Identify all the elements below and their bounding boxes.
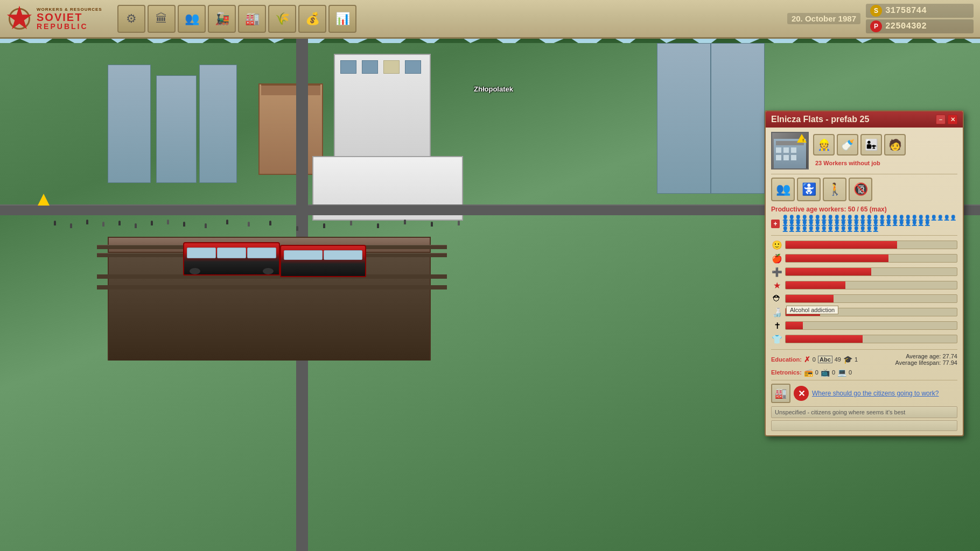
track-4 bbox=[97, 285, 447, 289]
tram-1 bbox=[183, 242, 280, 276]
happiness-icon: 🙂 bbox=[771, 239, 783, 251]
toolbar-right: 20. October 1987 S 31758744 P 22504302 bbox=[781, 2, 980, 36]
stat-happiness: 🙂 bbox=[771, 239, 957, 251]
stat-healthcare: ➕ bbox=[771, 266, 957, 278]
person bbox=[102, 222, 104, 227]
panel-body: ! 👷 🍼 👨‍👧 🧑 23 Workers without job 👥 🚼 bbox=[766, 128, 963, 435]
stat-clothing: 👕 bbox=[771, 333, 957, 345]
religion-fill bbox=[786, 322, 803, 329]
electronics-label: Eletronics: bbox=[771, 369, 802, 376]
electronics-icon3: 💻 bbox=[837, 368, 846, 377]
religion-icon: ✝ bbox=[771, 320, 783, 331]
person bbox=[296, 226, 298, 231]
education-label: Education: bbox=[771, 356, 802, 363]
person bbox=[205, 223, 207, 228]
building-prefab-2 bbox=[657, 43, 711, 194]
person bbox=[323, 223, 325, 228]
alcohol-icon: 🍶 bbox=[771, 306, 783, 318]
culture-fill bbox=[786, 281, 845, 289]
electronics-val1: 0 bbox=[815, 369, 818, 376]
happiness-fill bbox=[786, 241, 897, 249]
gold-icon: S bbox=[870, 5, 882, 17]
stats-button[interactable]: 📊 bbox=[328, 5, 356, 33]
minimize-button[interactable]: – bbox=[936, 115, 946, 124]
stat-religion: ✝ bbox=[771, 320, 957, 331]
industry-button[interactable]: 🏭 bbox=[238, 5, 266, 33]
average-lifespan: Average lifespan: 77.94 bbox=[895, 359, 957, 366]
education-hat-icon: 🎓 bbox=[843, 355, 852, 364]
divider-2 bbox=[771, 235, 957, 236]
education-row: Education: ✗ 0 Abc 49 🎓 1 bbox=[771, 355, 858, 364]
person bbox=[70, 223, 72, 228]
logo-text: WORKERS & RESOURCES SOVIET REPUBLIC bbox=[37, 8, 102, 30]
logo-republic-label: REPUBLIC bbox=[37, 23, 102, 30]
healthcare-bar bbox=[785, 267, 957, 276]
age-21plus-icon: 🔞 bbox=[849, 178, 872, 201]
person bbox=[226, 220, 228, 224]
person bbox=[377, 223, 379, 228]
add-workers-button[interactable]: + bbox=[771, 220, 780, 228]
empty-bar bbox=[771, 420, 957, 431]
food-bar bbox=[785, 254, 957, 263]
stat-food: 🍎 bbox=[771, 252, 957, 264]
gold-resource: S 31758744 bbox=[866, 4, 974, 18]
culture-icon: ★ bbox=[771, 279, 783, 291]
divider-1 bbox=[771, 174, 957, 174]
healthcare-icon: ➕ bbox=[771, 266, 783, 278]
workplace-question[interactable]: Where should go the citizens going to wo… bbox=[812, 390, 939, 397]
panel-controls: – ✕ bbox=[936, 115, 957, 124]
age-workers-icon: 👥 bbox=[771, 178, 795, 201]
panel-title: Elnicza Flats - prefab 25 bbox=[771, 115, 869, 124]
logo-soviet-label: SOVIET bbox=[37, 12, 102, 23]
workers-without-job-label: 23 Workers without job bbox=[813, 158, 957, 167]
workplace-cancel-icon[interactable]: ✕ bbox=[794, 386, 809, 401]
person bbox=[135, 223, 137, 228]
education-abc-icon: Abc bbox=[818, 356, 832, 363]
safety-fill bbox=[786, 295, 834, 302]
roads-button[interactable]: 🏛 bbox=[148, 5, 176, 33]
workers-bar-row: + 👤👤👤👤👤👤👤👤👤👤👤👤👤👤👤👤👤👤👤👤👤👤👤👤👤👤👤👤👤👤👤👤👤👤👤👤👤👤… bbox=[771, 215, 957, 232]
electronics-val3: 0 bbox=[849, 369, 852, 376]
building-thumbnail: ! bbox=[771, 132, 809, 169]
safety-bar bbox=[785, 294, 957, 303]
worker-empty-figures: 👤👤👤👤👤👤👤👤👤👤👤👤👤👤👤 bbox=[782, 227, 879, 232]
person bbox=[167, 220, 169, 224]
age-icons-row: 👥 🚼 🚶 🔞 bbox=[771, 178, 957, 201]
education-val2: 49 bbox=[835, 356, 841, 363]
money-button[interactable]: 💰 bbox=[298, 5, 326, 33]
workers-icon: 👷 bbox=[813, 134, 835, 156]
divider-4 bbox=[771, 380, 957, 380]
alcohol-tooltip: Alcohol addiction bbox=[786, 306, 838, 314]
gold-value: 31758744 bbox=[885, 6, 927, 16]
person bbox=[350, 221, 352, 225]
people-button[interactable]: 👥 bbox=[178, 5, 206, 33]
build-button[interactable]: ⚙ bbox=[117, 5, 145, 33]
worker-figures: 👤👤👤👤👤👤👤👤👤👤👤👤👤👤👤👤👤👤👤👤👤👤👤👤👤👤👤👤👤👤👤👤👤👤👤👤👤👤👤👤… bbox=[782, 215, 957, 226]
info-panel: Elnicza Flats - prefab 25 – ✕ bbox=[765, 110, 964, 436]
age-baby-icon: 🚼 bbox=[797, 178, 821, 201]
transport-button[interactable]: 🚂 bbox=[208, 5, 236, 33]
education-cross-icon: ✗ bbox=[804, 355, 810, 364]
electronics-icon2: 📺 bbox=[821, 368, 830, 377]
toolbar-buttons: ⚙ 🏛 👥 🚂 🏭 🌾 💰 📊 bbox=[113, 5, 781, 33]
stat-safety: ⛑ bbox=[771, 293, 957, 305]
person bbox=[183, 222, 185, 227]
building-2 bbox=[156, 75, 197, 183]
tram-2 bbox=[280, 245, 366, 277]
workplace-factory-icon: 🏭 bbox=[771, 384, 790, 403]
average-stats: Average age: 27.74 Average lifespan: 77.… bbox=[895, 353, 957, 366]
food-icon: 🍎 bbox=[771, 252, 783, 264]
date-display: 20. October 1987 bbox=[787, 13, 860, 24]
family-icon: 👨‍👧 bbox=[860, 134, 882, 156]
unspecified-text: Unspecified - citizens going where seems… bbox=[771, 406, 957, 418]
age-child-icon: 🚶 bbox=[823, 178, 846, 201]
person bbox=[431, 222, 433, 227]
close-button[interactable]: ✕ bbox=[948, 115, 957, 124]
agriculture-button[interactable]: 🌾 bbox=[268, 5, 296, 33]
person bbox=[248, 222, 250, 227]
person bbox=[458, 221, 460, 225]
toolbar: WORKERS & RESOURCES SOVIET REPUBLIC ⚙ 🏛 … bbox=[0, 0, 980, 39]
clothing-bar bbox=[785, 335, 957, 343]
electronics-val2: 0 bbox=[832, 369, 835, 376]
safety-icon: ⛑ bbox=[771, 293, 783, 305]
